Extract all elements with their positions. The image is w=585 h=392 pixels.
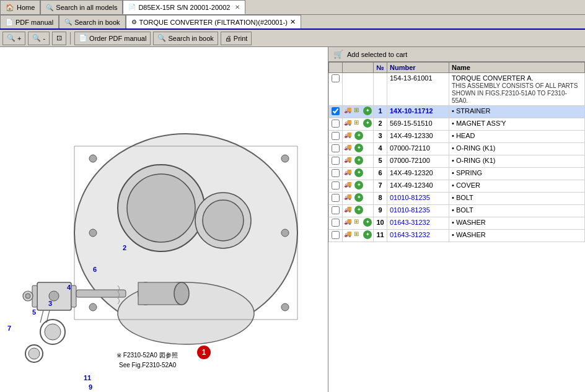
zoom-out-button[interactable]: 🔍 -	[28, 32, 50, 45]
tree-icon[interactable]: ⊞	[354, 107, 363, 115]
row-part-number[interactable]: 07000-72110	[387, 143, 449, 155]
tab-search-models[interactable]: 🔍 Search in all models	[40, 0, 123, 14]
tree-icon[interactable]: ⊞	[354, 230, 363, 239]
truck-icon[interactable]: 🚚	[344, 168, 354, 177]
order-pdf-icon: 📄	[79, 34, 87, 42]
parts-icon[interactable]: ✦	[363, 230, 372, 239]
row-part-number[interactable]: 14X-10-11712	[387, 106, 449, 118]
row-checkbox-cell	[329, 131, 343, 143]
truck-icon[interactable]: 🚚	[344, 144, 354, 152]
diagram-area[interactable]: トルクコンバータケース Torque Converter Case	[0, 47, 328, 392]
parts-icon[interactable]: ✦	[354, 181, 363, 189]
row-part-number[interactable]: 154-13-61001	[387, 73, 449, 106]
table-row[interactable]: 🚚✦801010-81235• BOLT	[329, 193, 585, 205]
order-pdf-button[interactable]: 📄 Order PDF manual	[74, 32, 151, 45]
row-checkbox-cell	[329, 73, 343, 106]
parts-icon[interactable]: ✦	[354, 168, 363, 177]
row-checkbox[interactable]	[332, 181, 340, 189]
row-checkbox[interactable]	[332, 194, 340, 202]
tree-icon[interactable]: ⊞	[354, 119, 363, 128]
row-part-name: • O-RING (K1)	[449, 155, 585, 168]
row-part-number[interactable]: 01643-31232	[387, 217, 449, 230]
table-row[interactable]: 🚚⊞✦2569-15-51510• MAGNET ASS'Y	[329, 118, 585, 131]
row-part-number[interactable]: 01643-31232	[387, 230, 449, 242]
parts-icon[interactable]: ✦	[354, 131, 363, 140]
row-part-number[interactable]: 14X-49-12320	[387, 168, 449, 180]
tab-torque[interactable]: ⚙ TORQUE CONVERTER (FILTRATION)(#20001-)…	[126, 15, 301, 28]
col-header-number: Number	[387, 63, 449, 73]
row-icons-cell: 🚚✦	[343, 180, 374, 193]
row-part-name: • WASHER	[449, 217, 585, 230]
table-row[interactable]: 🚚✦407000-72110• O-RING (K1)	[329, 143, 585, 155]
table-row[interactable]: 154-13-61001TORQUE CONVERTER A.THIS ASSE…	[329, 73, 585, 106]
parts-icon[interactable]: ✦	[363, 107, 372, 115]
row-checkbox[interactable]	[332, 206, 340, 214]
tab-pdf-manual[interactable]: 📄 PDF manual	[0, 15, 59, 28]
table-row[interactable]: 🚚✦614X-49-12320• SPRING	[329, 168, 585, 180]
tab-search-in-book[interactable]: 🔍 Search in book	[59, 15, 125, 28]
row-checkbox-cell	[329, 193, 343, 205]
row-checkbox[interactable]	[332, 74, 340, 82]
svg-point-9	[89, 303, 97, 311]
row-checkbox[interactable]	[332, 144, 340, 152]
row-part-number[interactable]: 01010-81235	[387, 205, 449, 217]
table-row[interactable]: 🚚✦507000-72100• O-RING (K1)	[329, 155, 585, 168]
parts-table[interactable]: № Number Name 154-13-61001TORQUE CONVERT…	[328, 62, 585, 392]
tab-home[interactable]: 🏠 Home	[0, 0, 40, 14]
parts-icon[interactable]: ✦	[354, 144, 363, 152]
truck-icon[interactable]: 🚚	[344, 230, 354, 239]
row-part-number[interactable]: 07000-72100	[387, 155, 449, 168]
tab-d85ex-close[interactable]: ✕	[235, 4, 240, 11]
row-checkbox[interactable]	[332, 157, 340, 165]
row-part-number[interactable]: 14X-49-12340	[387, 180, 449, 193]
row-checkbox[interactable]	[332, 107, 340, 115]
truck-icon[interactable]: 🚚	[344, 107, 354, 115]
home-icon: 🏠	[6, 4, 14, 12]
truck-icon[interactable]: 🚚	[344, 206, 354, 214]
row-checkbox[interactable]	[332, 132, 340, 140]
row-part-number[interactable]: 01010-81235	[387, 193, 449, 205]
table-row[interactable]: 🚚✦314X-49-12330• HEAD	[329, 131, 585, 143]
row-checkbox[interactable]	[332, 120, 340, 128]
search-in-book-button[interactable]: 🔍 Search in book	[153, 32, 218, 45]
parts-icon[interactable]: ✦	[363, 218, 372, 227]
truck-icon[interactable]: 🚚	[344, 218, 354, 227]
tree-icon[interactable]: ⊞	[354, 218, 363, 227]
table-row[interactable]: 🚚✦901010-81235• BOLT	[329, 205, 585, 217]
parts-icon[interactable]: ✦	[363, 119, 372, 128]
truck-icon[interactable]: 🚚	[344, 181, 354, 189]
fit-button[interactable]: ⊡	[52, 32, 66, 45]
row-checkbox-cell	[329, 168, 343, 180]
truck-icon[interactable]: 🚚	[344, 156, 354, 165]
ref-text-en: See Fig.F2310-52A0	[119, 362, 176, 368]
zoom-in-plus: +	[17, 35, 21, 42]
row-num: 3	[374, 131, 387, 143]
table-row[interactable]: 🚚⊞✦1101643-31232• WASHER	[329, 230, 585, 242]
parts-icon[interactable]: ✦	[354, 193, 363, 202]
zoom-in-button[interactable]: 🔍 +	[2, 32, 25, 45]
row-part-number[interactable]: 14X-49-12330	[387, 131, 449, 143]
order-pdf-label: Order PDF manual	[89, 35, 146, 42]
truck-icon[interactable]: 🚚	[344, 119, 354, 128]
row-checkbox[interactable]	[332, 219, 340, 227]
truck-icon[interactable]: 🚚	[344, 131, 354, 140]
table-row[interactable]: 🚚✦714X-49-12340• COVER	[329, 180, 585, 193]
table-row[interactable]: 🚚⊞✦1001643-31232• WASHER	[329, 217, 585, 230]
part-label-7: 7	[7, 324, 11, 332]
truck-icon[interactable]: 🚚	[344, 193, 354, 202]
row-part-number[interactable]: 569-15-51510	[387, 118, 449, 131]
row-icons-cell: 🚚✦	[343, 155, 374, 168]
table-row[interactable]: 🚚⊞✦114X-10-11712• STRAINER	[329, 106, 585, 118]
tab-torque-close[interactable]: ✕	[290, 18, 296, 26]
search-in-book-icon: 🔍	[157, 34, 166, 42]
row-icons-cell: 🚚✦	[343, 131, 374, 143]
tab-torque-label: TORQUE CONVERTER (FILTRATION)(#20001-)	[139, 19, 288, 26]
row-icons-cell: 🚚✦	[343, 193, 374, 205]
print-button[interactable]: 🖨 Print	[221, 32, 252, 45]
row-checkbox[interactable]	[332, 231, 340, 239]
parts-icon[interactable]: ✦	[354, 206, 363, 214]
parts-icon[interactable]: ✦	[354, 156, 363, 165]
row-checkbox[interactable]	[332, 169, 340, 177]
tab-d85ex[interactable]: 📄 D85EX-15R S/N 20001-20002 ✕	[123, 0, 245, 14]
row-num: 2	[374, 118, 387, 131]
